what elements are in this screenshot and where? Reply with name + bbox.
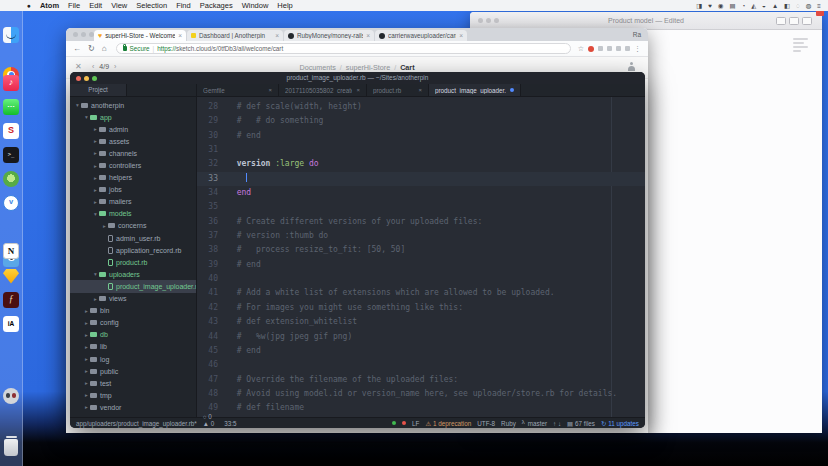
- tree-folder-anotherpin[interactable]: ▾anotherpin: [70, 99, 196, 111]
- code-line[interactable]: 42 # For images you might use something …: [197, 301, 645, 315]
- updates-indicator[interactable]: ↻ 11 updates: [601, 420, 639, 427]
- code-line[interactable]: 47 # Override the filename of the upload…: [197, 373, 645, 387]
- tab-project[interactable]: Project: [70, 84, 127, 96]
- code-line[interactable]: 36 # Create different versions of your u…: [197, 215, 645, 229]
- code-line[interactable]: 45 # end: [197, 344, 645, 358]
- tree-folder-config[interactable]: ▸config: [70, 317, 196, 329]
- dock-mail-app-icon[interactable]: v: [3, 195, 19, 211]
- chevron-right-icon[interactable]: ▸: [92, 199, 99, 205]
- tree-folder-models[interactable]: ▾models: [70, 208, 196, 220]
- dock-trash-icon[interactable]: [4, 439, 18, 456]
- tab-close-icon[interactable]: ×: [268, 87, 272, 93]
- menubar-status-icon[interactable]: ◨: [696, 2, 702, 9]
- close-window-icon[interactable]: [76, 76, 81, 81]
- code-line[interactable]: 34 end: [197, 186, 645, 200]
- dock-finder-icon[interactable]: [3, 27, 19, 43]
- editor-window[interactable]: product_image_uploader.rb — ~/Sites/anot…: [70, 72, 645, 428]
- chevron-right-icon[interactable]: ▸: [92, 138, 99, 144]
- chevron-down-icon[interactable]: ▾: [74, 102, 81, 108]
- tab-close-icon[interactable]: ×: [178, 32, 182, 39]
- close-window-icon[interactable]: [73, 32, 78, 37]
- menubar-status-icon[interactable]: ▲: [772, 2, 778, 9]
- code-line[interactable]: 38 # process resize_to_fit: [50, 50]: [197, 243, 645, 257]
- window-controls[interactable]: [73, 32, 94, 37]
- code-line[interactable]: 49 # def filename: [197, 401, 645, 415]
- address-bar[interactable]: Secure | https:// sketch.cloud/s/0tfDb3/…: [116, 43, 571, 54]
- extension-icon[interactable]: [598, 46, 603, 51]
- code-line[interactable]: 32 version :large do: [197, 157, 645, 171]
- chevron-right-icon[interactable]: ▸: [83, 320, 90, 326]
- tree-file-application-record-rb[interactable]: application_record.rb: [70, 244, 196, 256]
- code-editor[interactable]: 28 # def scale(width, height)29 # # do s…: [197, 97, 645, 417]
- code-line[interactable]: 29 # # do something: [197, 114, 645, 128]
- tree-folder-db[interactable]: ▸db: [70, 329, 196, 341]
- dock-screenflow-icon[interactable]: [3, 388, 19, 404]
- tree-folder-mailers[interactable]: ▸mailers: [70, 196, 196, 208]
- dock-messages-icon[interactable]: …: [3, 99, 19, 115]
- menu-item-selection[interactable]: Selection: [136, 1, 167, 10]
- minimize-window-icon[interactable]: [81, 32, 86, 37]
- code-line[interactable]: 28 # def scale(width, height): [197, 100, 645, 114]
- code-line[interactable]: 39 # end: [197, 258, 645, 272]
- code-line[interactable]: 35: [197, 200, 645, 214]
- git-files-indicator[interactable]: ▤ 67 files: [567, 420, 595, 427]
- chevron-right-icon[interactable]: ▸: [83, 392, 90, 398]
- dock-music-icon[interactable]: ♪: [3, 75, 19, 91]
- editor-tab-gemfile[interactable]: Gemfile×: [197, 84, 279, 96]
- zoom-window-icon[interactable]: [92, 76, 97, 81]
- tab-close-icon[interactable]: ×: [418, 87, 422, 93]
- chevron-down-icon[interactable]: ▾: [92, 271, 99, 277]
- dock-ia-writer-icon[interactable]: iA: [3, 316, 19, 332]
- dock-notion-icon[interactable]: N: [3, 243, 19, 259]
- editor-tab-product-image-uploader-rb[interactable]: product_image_uploader.rb: [429, 84, 521, 96]
- chevron-right-icon[interactable]: ▸: [83, 332, 90, 338]
- apple-menu-icon[interactable]: ●: [27, 2, 31, 9]
- chevron-down-icon[interactable]: ▾: [92, 211, 99, 217]
- back-icon[interactable]: ←: [73, 44, 81, 53]
- dock-slack-icon[interactable]: S: [3, 123, 19, 139]
- tree-folder-lib[interactable]: ▸lib: [70, 341, 196, 353]
- tab-close-icon[interactable]: ×: [366, 32, 370, 39]
- extension-icon[interactable]: [607, 46, 612, 51]
- status-file-path[interactable]: app/uploaders/product_image_uploader.rb*: [76, 420, 197, 427]
- linter-stats[interactable]: ○ 0▲ 0○ 0: [203, 413, 218, 429]
- chevron-right-icon[interactable]: ▸: [83, 356, 90, 362]
- extension-icon[interactable]: [616, 46, 621, 51]
- menubar-status-icon[interactable]: ◍: [806, 2, 812, 9]
- git-branch-indicator[interactable]: y master: [522, 420, 547, 427]
- menubar-status-icon[interactable]: ≡: [817, 2, 821, 9]
- code-line[interactable]: 46: [197, 358, 645, 372]
- chevron-right-icon[interactable]: ▸: [83, 404, 90, 410]
- toolbar-view-icon[interactable]: [776, 17, 786, 25]
- code-line[interactable]: 41 # Add a white list of extensions whic…: [197, 286, 645, 300]
- chevron-right-icon[interactable]: ▸: [92, 175, 99, 181]
- cursor-position[interactable]: 33:5: [224, 420, 236, 427]
- menu-item-packages[interactable]: Packages: [200, 1, 233, 10]
- tab-close-icon[interactable]: ×: [356, 87, 360, 93]
- chevron-right-icon[interactable]: ▸: [101, 223, 108, 229]
- minimize-window-icon[interactable]: [84, 76, 89, 81]
- dock-green-app-icon[interactable]: [3, 171, 19, 187]
- tree-file-admin-user-rb[interactable]: admin_user.rb: [70, 232, 196, 244]
- menu-item-file[interactable]: File: [68, 1, 80, 10]
- tree-folder-helpers[interactable]: ▸helpers: [70, 172, 196, 184]
- dock-adobe-acrobat-icon[interactable]: ƒ: [3, 292, 19, 308]
- tree-folder-admin[interactable]: ▸admin: [70, 123, 196, 135]
- tree-folder-views[interactable]: ▸views: [70, 293, 196, 305]
- menu-item-edit[interactable]: Edit: [89, 1, 102, 10]
- tree-folder-channels[interactable]: ▸channels: [70, 147, 196, 159]
- browser-tab[interactable]: carrierwaveuploader/carrierw…×: [375, 30, 467, 41]
- code-line[interactable]: 37 # version :thumb do: [197, 229, 645, 243]
- bookmark-star-icon[interactable]: ☆: [578, 45, 584, 53]
- tree-folder-controllers[interactable]: ▸controllers: [70, 159, 196, 171]
- browser-tab[interactable]: Dashboard | Anotherpin×: [187, 30, 283, 41]
- breadcrumb-project[interactable]: superHi-Store: [346, 63, 390, 72]
- code-line[interactable]: 31: [197, 143, 645, 157]
- chevron-right-icon[interactable]: ▸: [83, 380, 90, 386]
- tree-folder-test[interactable]: ▸test: [70, 377, 196, 389]
- code-line[interactable]: 33: [197, 172, 645, 186]
- tree-folder-public[interactable]: ▸public: [70, 365, 196, 377]
- menu-item-window[interactable]: Window: [242, 1, 269, 10]
- dock-terminal-icon[interactable]: >_: [3, 147, 19, 163]
- encoding-indicator[interactable]: UTF-8: [477, 420, 495, 427]
